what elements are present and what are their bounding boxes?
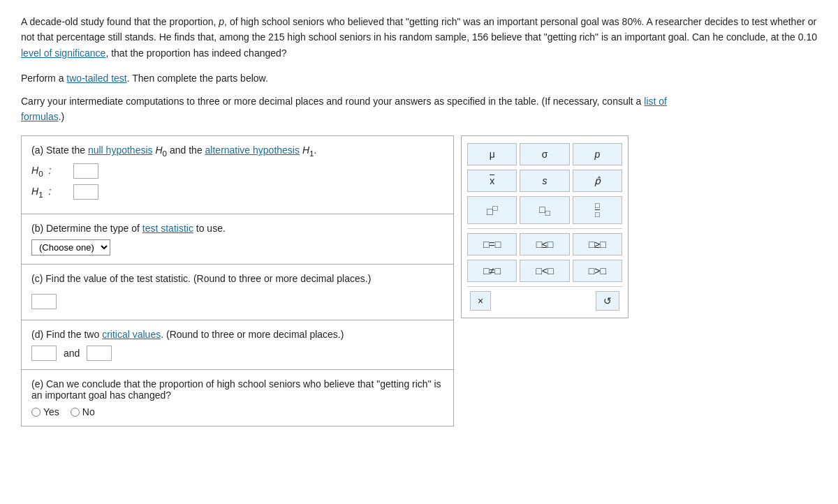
symbol-xbar[interactable]: x: [467, 170, 517, 192]
lt-icon: □<□: [536, 265, 553, 276]
critical-values-row: and: [31, 346, 443, 361]
symbol-row-5: □≠□ □<□ □>□: [467, 260, 622, 282]
section-d-label: (d) Find the two critical values. (Round…: [31, 329, 443, 340]
h1-input[interactable]: [73, 184, 98, 200]
symbol-equals[interactable]: □=□: [467, 233, 517, 255]
symbol-s[interactable]: s: [520, 170, 569, 192]
xbar-icon: x: [490, 175, 494, 186]
sigma-icon: σ: [542, 149, 548, 160]
critical-value-1-input[interactable]: [31, 346, 57, 361]
geq-icon: □≥□: [589, 239, 606, 250]
h0-label: H0 :: [31, 165, 73, 178]
critical-value-2-input[interactable]: [87, 346, 112, 361]
symbol-p[interactable]: p: [573, 143, 622, 165]
no-radio[interactable]: [71, 408, 80, 417]
symbol-bottom-row: × ↺: [467, 291, 622, 311]
carry-text: Carry your intermediate computations to …: [21, 94, 817, 125]
alt-hypothesis-link[interactable]: alternative hypothesis: [205, 144, 300, 156]
test-statistic-dropdown[interactable]: (Choose one) z t chi-square F: [31, 239, 110, 255]
critical-values-link[interactable]: critical values: [102, 329, 161, 340]
symbol-row-4: □=□ □≤□ □≥□: [467, 233, 622, 255]
h0-input[interactable]: [73, 163, 98, 179]
no-option[interactable]: No: [71, 406, 95, 417]
symbol-row-2: x s p̂: [467, 170, 622, 192]
intro-paragraph1: A decade-old study found that the propor…: [21, 14, 817, 61]
test-statistic-input[interactable]: [31, 294, 57, 309]
s-icon: s: [542, 175, 547, 186]
symbol-divider-2: [467, 286, 622, 287]
section-e-label: (e) Can we conclude that the proportion …: [31, 378, 443, 401]
section-a: (a) State the null hypothesis H0 and the…: [22, 136, 453, 214]
leq-icon: □≤□: [536, 239, 554, 250]
yes-no-row: Yes No: [31, 406, 443, 417]
section-c-label: (c) Find the value of the test statistic…: [31, 273, 443, 284]
symbol-sigma[interactable]: σ: [520, 143, 569, 165]
symbol-row-1: μ σ p: [467, 143, 622, 165]
phat-icon: p̂: [594, 175, 601, 186]
and-label: and: [61, 348, 82, 359]
two-tailed-test-link[interactable]: two-tailed test: [66, 73, 126, 84]
symbol-neq[interactable]: □≠□: [467, 260, 517, 282]
symbol-geq[interactable]: □≥□: [573, 233, 622, 255]
symbol-squared[interactable]: □□: [467, 196, 517, 223]
h0-row: H0 :: [31, 163, 443, 179]
test-statistic-link[interactable]: test statistic: [142, 223, 193, 234]
symbol-fraction[interactable]: □ □: [573, 196, 622, 223]
level-of-significance-link[interactable]: level of significance: [21, 47, 105, 59]
section-e: (e) Can we conclude that the proportion …: [22, 370, 453, 426]
list-of-formulas-link[interactable]: list offormulas: [21, 96, 667, 122]
section-d: (d) Find the two critical values. (Round…: [22, 320, 453, 370]
null-hypothesis-link[interactable]: null hypothesis: [88, 144, 153, 156]
x-icon: ×: [478, 295, 483, 306]
symbol-lt[interactable]: □<□: [520, 260, 569, 282]
clear-button[interactable]: ×: [470, 291, 491, 311]
p-icon: p: [594, 149, 600, 160]
gt-icon: □>□: [589, 265, 606, 276]
neq-icon: □≠□: [483, 265, 501, 276]
subscript-icon: □□: [539, 204, 550, 217]
section-a-label: (a) State the null hypothesis H0 and the…: [31, 144, 443, 158]
symbol-mu[interactable]: μ: [467, 143, 517, 165]
left-panel: (a) State the null hypothesis H0 and the…: [21, 135, 454, 427]
equals-icon: □=□: [483, 239, 501, 250]
section-c: (c) Find the value of the test statistic…: [22, 265, 453, 320]
symbol-leq[interactable]: □≤□: [520, 233, 569, 255]
squared-icon: □□: [487, 203, 498, 217]
mu-icon: μ: [490, 149, 495, 160]
symbol-row-3: □□ □□ □ □: [467, 196, 622, 223]
symbol-gt[interactable]: □>□: [573, 260, 622, 282]
h1-row: H1 :: [31, 184, 443, 200]
fraction-icon: □ □: [595, 201, 600, 218]
h1-label: H1 :: [31, 186, 73, 199]
symbol-phat[interactable]: p̂: [573, 170, 622, 192]
symbol-subscript[interactable]: □□: [520, 196, 569, 223]
yes-label: Yes: [43, 406, 59, 417]
main-container: (a) State the null hypothesis H0 and the…: [21, 135, 817, 427]
yes-radio[interactable]: [31, 408, 41, 417]
no-label: No: [82, 406, 95, 417]
yes-option[interactable]: Yes: [31, 406, 59, 417]
perform-text: Perform a two-tailed test. Then complete…: [21, 71, 817, 86]
section-b: (b) Determine the type of test statistic…: [22, 214, 453, 265]
symbol-divider-1: [467, 228, 622, 229]
undo-icon: ↺: [603, 295, 612, 306]
section-b-label: (b) Determine the type of test statistic…: [31, 223, 443, 234]
undo-button[interactable]: ↺: [596, 291, 619, 311]
symbol-panel: μ σ p x s p̂ □□ □□ □ □ □=□ □≤□ □≥□: [461, 135, 628, 318]
